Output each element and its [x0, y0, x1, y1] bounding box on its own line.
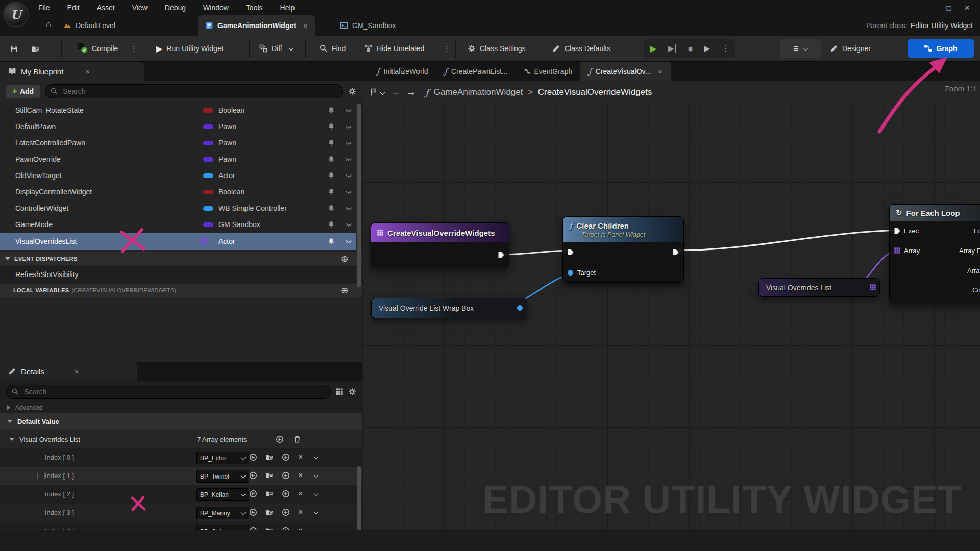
bell-icon[interactable] [328, 139, 335, 146]
tab-close-icon[interactable]: × [303, 21, 308, 30]
bell-icon[interactable] [328, 123, 335, 130]
eye-closed-icon[interactable] [345, 139, 352, 146]
use-selected-icon[interactable] [249, 490, 257, 498]
element-options-icon[interactable] [314, 491, 319, 496]
array-element-row[interactable]: Index [ 0 ] BP_Echo × [0, 448, 362, 467]
exec-out-pin[interactable] [672, 249, 679, 256]
node-visual-override-list-wrap-box[interactable]: Visual Override List Wrap Box [371, 298, 527, 318]
save-icon[interactable] [10, 45, 18, 53]
find-button[interactable]: Find [314, 36, 351, 61]
eye-closed-icon[interactable] [345, 205, 352, 212]
variable-row[interactable]: LatestControlledPawn Pawn [0, 135, 356, 151]
display-filter-icon[interactable] [336, 388, 343, 395]
clear-icon[interactable]: × [298, 453, 303, 462]
variable-row[interactable]: OldViewTarget Actor [0, 167, 356, 184]
add-button[interactable]: + Add [6, 85, 40, 98]
element-options-icon[interactable] [314, 473, 319, 478]
bell-icon[interactable] [328, 172, 335, 179]
node-create-visual-override-widgets[interactable]: CreateVisualOverrideWidgets [371, 222, 509, 267]
class-settings-button[interactable]: Class Settings [462, 36, 530, 61]
graph-button[interactable]: Graph [908, 39, 974, 58]
home-icon[interactable]: ⌂ [46, 19, 51, 30]
editor-mode-menu[interactable]: ≡ [780, 39, 821, 58]
asset-dropdown[interactable]: BP_Twinbl [196, 470, 249, 483]
object-out-pin[interactable] [517, 305, 523, 311]
eye-closed-icon[interactable] [345, 238, 352, 245]
browse-folder-icon[interactable] [265, 490, 274, 498]
tab-details[interactable]: Details × [0, 362, 137, 381]
array-in-pin[interactable] [894, 247, 900, 254]
node-for-each-loop[interactable]: ↻ For Each Loop Exec Loop Array Array El… [889, 204, 980, 303]
variable-row[interactable]: StillCam_RotateState Boolean [0, 102, 356, 118]
tab-my-blueprint[interactable]: My Blueprint × [0, 62, 144, 81]
element-options-icon[interactable] [314, 455, 319, 460]
variable-row[interactable]: DisplayControllerWidget Boolean [0, 184, 356, 200]
advanced-section-cut[interactable]: Advanced [0, 403, 362, 413]
hide-unrelated-options-icon[interactable]: ⋮ [443, 44, 451, 54]
add-event-dispatcher-icon[interactable]: ⊕ [341, 254, 349, 264]
add-icon[interactable] [282, 508, 290, 516]
variable-row-selected[interactable]: VisualOverridesList Actor [0, 233, 356, 250]
exec-in-pin[interactable] [894, 228, 901, 234]
close-icon[interactable]: × [75, 367, 79, 376]
compile-button[interactable]: Compile [72, 36, 123, 61]
close-icon[interactable]: × [85, 67, 90, 76]
minimize-icon[interactable]: – [929, 4, 933, 12]
clear-icon[interactable]: × [298, 471, 303, 480]
scrollbar-thumb[interactable] [357, 104, 361, 287]
add-icon[interactable] [282, 490, 290, 498]
bell-icon[interactable] [328, 221, 335, 228]
menu-edit[interactable]: Edit [59, 0, 88, 15]
event-dispatcher-row[interactable]: RefreshSlotVisibility [0, 266, 356, 283]
bell-icon[interactable] [328, 238, 335, 245]
add-element-icon[interactable] [276, 435, 284, 443]
play-options-icon[interactable]: ⋮ [722, 44, 729, 53]
array-element-row[interactable]: Index [ 2 ] BP_Kellan × [0, 485, 362, 504]
array-element-row[interactable]: Index [ 3 ] BP_Manny × [0, 504, 362, 522]
stop-icon[interactable]: ■ [688, 44, 693, 53]
eye-closed-icon[interactable] [345, 188, 352, 195]
menu-debug[interactable]: Debug [156, 0, 194, 15]
frame-skip-icon[interactable]: ▶ [668, 44, 677, 53]
hide-unrelated-button[interactable]: Hide Unrelated [359, 36, 429, 61]
trash-icon[interactable] [293, 435, 301, 443]
menu-window[interactable]: Window [194, 0, 237, 15]
view-options-gear-icon[interactable] [348, 87, 356, 95]
array-element-row[interactable]: ⋮⋮ Index [ 1 ] BP_Twinbl × [0, 467, 362, 486]
clear-icon[interactable]: × [298, 489, 303, 498]
add-icon[interactable] [282, 471, 290, 480]
menu-tools[interactable]: Tools [237, 0, 272, 15]
asset-dropdown[interactable]: BP_Echo [196, 452, 249, 464]
eject-icon[interactable]: ▶ [704, 44, 710, 53]
use-selected-icon[interactable] [249, 508, 257, 516]
array-property-row[interactable]: Visual Overrides List 7 Array elements [0, 430, 362, 449]
clear-icon[interactable]: × [298, 508, 303, 517]
variable-row[interactable]: PawnOverride Pawn [0, 151, 356, 167]
asset-dropdown[interactable]: BP_Kellan [196, 488, 249, 501]
local-variables-header[interactable]: LOCAL VARIABLES (CREATEVISUALOVERRIDEWID… [0, 284, 362, 297]
target-pin[interactable] [568, 270, 573, 276]
eye-closed-icon[interactable] [345, 172, 352, 179]
eye-closed-icon[interactable] [345, 123, 352, 130]
use-selected-icon[interactable] [249, 453, 257, 461]
column-divider[interactable] [187, 430, 187, 448]
diff-button[interactable]: Diff [254, 36, 298, 61]
graph-editor[interactable]: ƒ InitializeWorld ƒ CreatePawnList... Ev… [362, 62, 980, 530]
bell-icon[interactable] [328, 188, 335, 195]
compile-options-icon[interactable]: ⋮ [130, 44, 138, 54]
class-defaults-button[interactable]: Class Defaults [547, 36, 616, 61]
variable-row[interactable]: GameMode GM Sandbox [0, 216, 356, 233]
add-icon[interactable] [282, 453, 290, 461]
details-search[interactable] [6, 385, 331, 399]
exec-in-pin[interactable] [567, 249, 574, 256]
asset-dropdown[interactable]: BP_Manny [196, 507, 249, 519]
node-visual-overrides-list[interactable]: Visual Overrides List [758, 278, 880, 297]
blueprint-search[interactable] [45, 84, 343, 98]
browse-folder-icon[interactable] [265, 453, 274, 461]
bell-icon[interactable] [328, 156, 335, 163]
eye-closed-icon[interactable] [345, 221, 352, 228]
use-selected-icon[interactable] [249, 471, 257, 480]
variable-row[interactable]: DefaultPawn Pawn [0, 118, 356, 135]
search-input[interactable] [23, 387, 325, 396]
variable-row[interactable]: ControllerWidget WB Simple Controller [0, 200, 356, 216]
